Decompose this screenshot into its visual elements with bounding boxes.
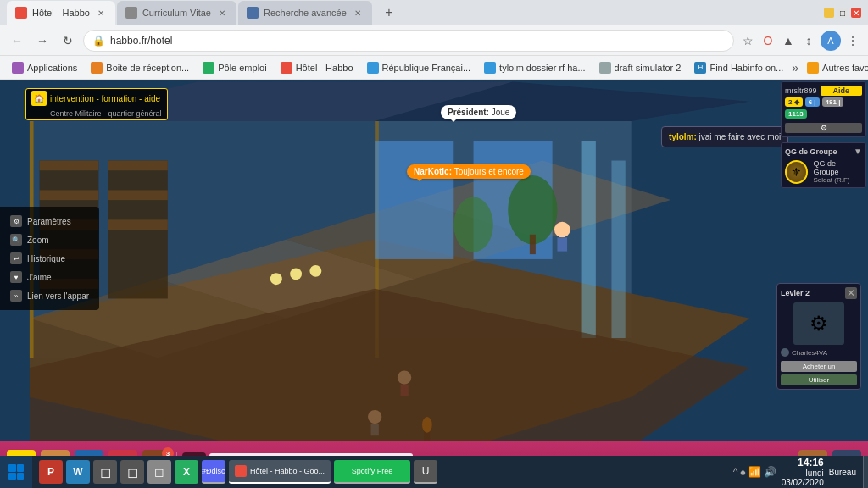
forward-button[interactable]: → [32,30,53,51]
option-label-jaime: J'aime [27,273,52,282]
bookmark-pole[interactable]: Pôle emploi [198,60,271,75]
bookmark-icon-draft [599,62,611,74]
bookmark-hotel[interactable]: Hôtel - Habbo [275,60,359,75]
new-tab-button[interactable]: + [377,1,401,25]
close-button[interactable]: ✕ [851,8,861,18]
tab-recherche[interactable]: Recherche avancée ✕ [238,1,372,25]
bookmark-label-hotel: Hôtel - Habbo [296,63,353,73]
system-clock[interactable]: 14:16 lundi 03/02/2020 [782,457,824,487]
windows-logo [8,464,24,480]
win-app-unknown[interactable]: U [414,460,437,484]
bookmark-tylolm[interactable]: tylolm dossier rf ha... [479,60,590,75]
win-app-excel[interactable]: X [175,460,198,484]
svg-point-31 [309,265,321,277]
tab-close-recherche[interactable]: ✕ [352,7,364,19]
option-historique[interactable]: ↩ Historique [7,251,92,266]
win-app-spotify[interactable]: Spotify Free [334,460,410,484]
win-app-4[interactable]: ◻ [120,460,144,484]
count-blue: 6 | [805,97,820,107]
profile-icon[interactable]: A [821,30,841,51]
levier-header: Levier 2 ✕ [781,287,857,299]
levier-image: ⚙ [793,302,844,345]
bookmark-apps[interactable]: Applications [7,60,82,75]
bureau-label[interactable]: Bureau [829,468,856,477]
star-icon[interactable]: ☆ [739,32,756,49]
bookmark-draft[interactable]: draft simulator 2 [594,60,687,75]
aide-button[interactable]: Aide [821,86,862,96]
clock-day: lundi [782,469,824,478]
bookmark-label-pole: Pôle emploi [218,63,266,73]
option-lien[interactable]: » Lien vers l'appar [7,288,92,303]
bookmark-autres[interactable]: Autres favoris [802,60,868,75]
clock-time: 14:16 [782,457,824,469]
shield-icon[interactable]: ▲ [780,32,797,49]
option-label-lien: Lien vers l'appar [27,291,89,301]
address-input[interactable]: 🔒 habbo.fr/hotel [83,30,734,52]
main-content: 🏠 intervention - formation - aide Centre… [0,80,868,488]
start-button[interactable] [0,456,32,488]
tab-cv[interactable]: Curriculum Vitae ✕ [117,1,236,25]
option-zoom[interactable]: 🔍 Zoom [7,232,92,247]
win-app-word[interactable]: W [66,460,90,484]
tray-network[interactable]: 📶 [748,466,761,478]
tab-label-hotel: Hôtel - Habbo [32,8,90,18]
options-panel: ⚙ Paramètres 🔍 Zoom ↩ Historique ♥ J'aim… [0,207,99,310]
tooltip-tylolm: tylolm: jvai me faire avec moi [661,126,788,147]
option-label-zoom: Zoom [27,236,49,245]
settings-button[interactable]: ⚙ [785,123,862,133]
maximize-button[interactable]: □ [837,8,848,18]
refresh-button[interactable]: ↻ [58,30,78,51]
bookmark-icon-autres [807,62,819,74]
bookmark-icon-pole [203,62,214,74]
win-app-5[interactable]: ◻ [147,460,171,484]
tab-favicon-recherche [247,7,259,19]
bookmark-label-boite: Boite de réception... [106,63,189,73]
svg-rect-19 [108,161,168,171]
bookmark-label-draft: draft simulator 2 [615,63,682,73]
chat-text-president: Joue [492,108,510,117]
tab-close-hotel[interactable]: ✕ [95,7,107,19]
bookmark-label-tylolm: tylolm dossier rf ha... [499,63,585,73]
levier-close-button[interactable]: ✕ [845,287,857,299]
bookmark-label-apps: Applications [27,63,77,73]
tab-close-cv[interactable]: ✕ [216,7,228,19]
game-area[interactable]: 🏠 intervention - formation - aide Centre… [0,80,868,488]
bookmark-boite[interactable]: Boite de réception... [86,60,194,75]
back-button[interactable]: ← [7,30,27,51]
more-icon[interactable]: ⋮ [844,32,861,49]
svg-rect-20 [108,190,168,200]
more-bookmarks[interactable]: » [792,61,798,75]
bookmark-label-autres: Autres favoris [822,63,868,73]
svg-rect-25 [611,161,625,338]
bookmark-icon-hotel [281,62,292,74]
qg-dropdown-icon[interactable]: ▼ [854,147,862,156]
show-desktop-button[interactable] [863,456,868,488]
sync-icon[interactable]: ↕ [800,32,817,49]
use-button[interactable]: Utiliser [781,374,857,385]
bookmark-label-rep: République Françai... [382,63,471,73]
levier-owner: Charles4VA [781,348,857,357]
tray-volume[interactable]: 🔊 [764,466,776,478]
bookmark-find[interactable]: H Find Habinfo on... [689,60,788,75]
tray-chevron[interactable]: ^ [733,466,738,478]
win-app-habbo[interactable]: Hôtel - Habbo - Goo... [229,460,331,484]
minimize-button[interactable]: — [824,8,834,18]
option-parametres[interactable]: ⚙ Paramètres [7,214,92,229]
win-app-discord[interactable]: #Ðdiscussions-candi... [202,460,225,484]
tab-favicon-hotel [15,7,27,19]
qg-subtitle: Soldat (R.F) [813,176,862,184]
browser-frame: Hôtel - Habbo ✕ Curriculum Vitae ✕ Reche… [0,0,868,488]
win-app-3[interactable]: ◻ [93,460,117,484]
tab-hotel[interactable]: Hôtel - Habbo ✕ [7,1,115,25]
tab-label-recherche: Recherche avancée [264,8,347,18]
option-label-parametres: Paramètres [27,217,71,226]
levier-title: Levier 2 [781,289,810,297]
buy-button[interactable]: Acheter un [781,361,857,372]
opera-icon[interactable]: O [760,32,776,49]
bookmark-rep[interactable]: République Françai... [362,60,476,75]
option-jaime[interactable]: ♥ J'aime [7,269,92,285]
tray-steam[interactable]: ♠ [740,466,745,478]
qg-panel: QG de Groupe ▼ ⚜ QG de Groupe Soldat (R.… [781,142,866,188]
clock-date: 03/02/2020 [782,478,824,487]
win-app-ppt[interactable]: P [39,460,63,484]
